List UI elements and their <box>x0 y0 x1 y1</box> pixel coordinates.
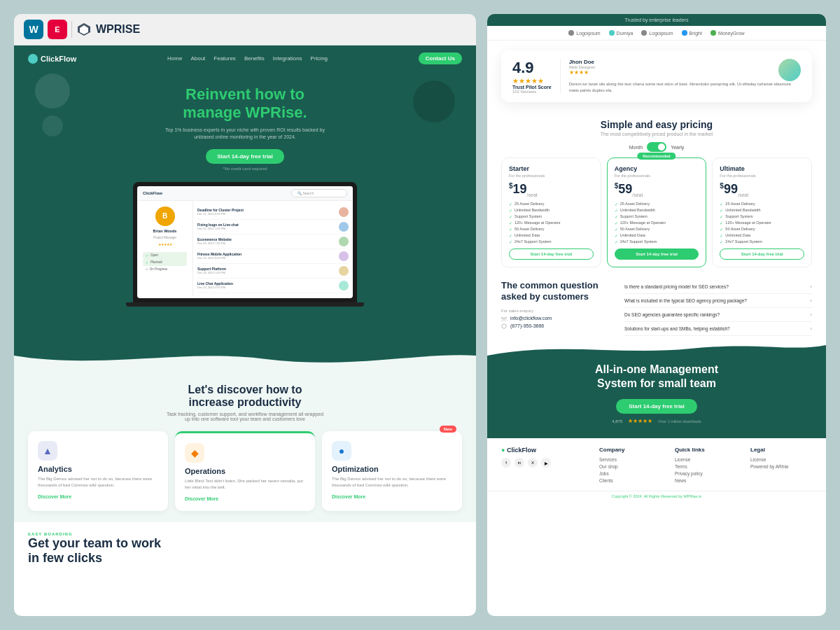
sidebar-item-progress[interactable]: □ On Progress <box>143 266 187 272</box>
right-content: Trusted by enterprise leaders Logoipsum … <box>487 14 826 616</box>
contact-phone: (877)-950-3666 <box>501 323 613 329</box>
feature-item: ✓24x7 Support System <box>509 239 594 244</box>
nav-pricing[interactable]: Pricing <box>311 55 328 62</box>
social-linkedin[interactable]: ▶ <box>541 458 551 468</box>
feature-item: ✓25 Asset Delivery <box>615 202 699 206</box>
sidebar-item-open[interactable]: ✓ Open <box>143 252 187 259</box>
plan-features-agency: ✓25 Asset Delivery ✓Unlimited Bandwidth … <box>615 202 699 244</box>
review-section: 4.9 ★★★★★ Trust Pilot Score 102 Reviews … <box>487 41 826 112</box>
wave-svg <box>14 349 476 370</box>
operations-card: ◆ Operations Little Blind Text didn't li… <box>175 431 315 511</box>
sidebar-item-planned[interactable]: ✓ Planned <box>143 259 187 266</box>
hero-wave-container <box>14 349 476 370</box>
hero-cta-button[interactable]: Start 14-day free trial <box>206 149 284 164</box>
laptop-search[interactable]: 🔍 Search <box>291 189 347 197</box>
footer-link[interactable]: Our shop <box>599 464 661 469</box>
nav-home[interactable]: Home <box>167 55 182 62</box>
laptop-base <box>126 302 364 307</box>
plan-name-ultimate: Ultimate <box>720 165 804 172</box>
hero-section: ClickFlow Home About Features Benefits I… <box>14 46 476 349</box>
onboarding-section: EASY BOARDING Get your team to workin fe… <box>14 522 476 576</box>
faq-question-1: Is there a standard pricing model for SE… <box>624 284 810 289</box>
trust-pilot-label: Trust Pilot Score <box>512 85 552 90</box>
feature-item: ✓Unlimited Bandwidth <box>509 208 594 213</box>
svg-point-1 <box>502 323 506 328</box>
faq-question-3: Do SEO agencies guarantee specific ranki… <box>624 312 810 317</box>
copyright-link[interactable]: WPRise.io <box>684 494 702 498</box>
faq-item-1[interactable]: Is there a standard pricing model for SE… <box>624 280 812 294</box>
faq-chevron-4: › <box>810 326 812 332</box>
site-logo: ClickFlow <box>28 54 76 64</box>
elementor-icon: E <box>48 20 67 39</box>
footer-link[interactable]: Services <box>599 457 661 462</box>
cta-title: All-in-one ManagementSystem for small te… <box>501 363 812 392</box>
footer-logo: ● ClickFlow <box>501 447 585 454</box>
review-content: Jhon Doe Web Designer ★★★★ Dorem tur lan… <box>569 59 801 94</box>
footer-link[interactable]: Clients <box>599 478 661 483</box>
toggle-yearly[interactable]: Yearly <box>671 145 684 150</box>
logo-dot <box>710 30 716 36</box>
faq-item-3[interactable]: Do SEO agencies guarantee specific ranki… <box>624 308 812 322</box>
feature-item: ✓120+ Message at Operator <box>509 220 594 225</box>
laptop-mockup: ClickFlow 🔍 Search B Brian Woods Project… <box>133 182 357 302</box>
task-item: Ecommerce WebsiteDec 26, 2022 7:00 PM <box>197 234 349 249</box>
sidebar-items: ✓ Open ✓ Planned □ On Pr <box>143 252 187 272</box>
faq-chevron-2: › <box>810 298 812 304</box>
agency-plan: Recommended Agency For the professionals… <box>607 158 707 267</box>
review-card: 4.9 ★★★★★ Trust Pilot Score 102 Reviews … <box>501 50 812 102</box>
cta-button[interactable]: Start 14-day free trial <box>616 399 697 414</box>
footer-link[interactable]: Terms <box>675 464 736 469</box>
toggle-switch[interactable] <box>647 142 666 152</box>
footer-link[interactable]: Privacy policy <box>675 471 736 476</box>
trusted-logo-4: Bright <box>682 30 702 36</box>
nav-benefits[interactable]: Benefits <box>244 55 265 62</box>
hero-content: Reinvent how to manage WPRise. Top 1% bu… <box>14 71 476 171</box>
plan-desc-starter: For the professionals <box>509 174 594 178</box>
footer-link-powered[interactable]: Powered by ARhiw <box>750 464 812 469</box>
social-facebook[interactable]: f <box>501 458 511 468</box>
footer-link[interactable]: News <box>675 478 736 483</box>
wprise-logo-icon <box>76 22 92 37</box>
cta-wave-top <box>487 342 826 356</box>
agency-btn[interactable]: Start 14-day free trial <box>615 248 699 260</box>
optimization-link[interactable]: Discover More <box>332 494 452 499</box>
right-panel: Trusted by enterprise leaders Logoipsum … <box>487 14 826 616</box>
plan-price-starter: $19/seat <box>509 182 594 197</box>
optimization-title: Optimization <box>332 465 452 473</box>
nav-features[interactable]: Features <box>214 55 236 62</box>
contact-email: info@clickflow.com <box>501 316 613 321</box>
operations-link[interactable]: Discover More <box>185 496 305 501</box>
brand-name: WPRISE <box>96 23 140 36</box>
toggle-monthly[interactable]: Month <box>629 145 643 150</box>
footer-link[interactable]: License <box>750 457 812 462</box>
email-icon <box>501 316 507 322</box>
ultimate-btn[interactable]: Start 14-day free trial <box>720 248 804 260</box>
faq-title: The common question asked by customers <box>501 280 613 304</box>
social-instagram[interactable]: in <box>514 458 524 468</box>
footer-link[interactable]: Jobs <box>599 471 661 476</box>
plan-price-agency: $59/seat <box>615 182 699 197</box>
analytics-link[interactable]: Discover More <box>38 494 158 499</box>
hero-title: Reinvent how to manage WPRise. <box>56 85 434 122</box>
plan-desc-ultimate: For the professionals <box>720 174 804 178</box>
check-icon: ✓ <box>146 260 148 265</box>
footer-link[interactable]: License <box>675 457 736 462</box>
starter-btn[interactable]: Start 14-day free trial <box>509 248 594 260</box>
operations-title: Operations <box>185 467 305 475</box>
faq-item-4[interactable]: Solutions for start-ups and SMBs, helpin… <box>624 322 812 336</box>
nav-integrations[interactable]: Integrations <box>273 55 302 62</box>
faq-item-2[interactable]: What is included in the typical SEO agen… <box>624 294 812 308</box>
review-count: 102 Reviews <box>512 90 552 94</box>
faq-chevron-1: › <box>810 284 812 290</box>
faq-layout: The common question asked by customers F… <box>501 280 812 336</box>
trusted-logo-1: Logoipsum <box>568 30 600 36</box>
task-avatar <box>339 251 349 261</box>
nav-about[interactable]: About <box>190 55 205 62</box>
task-item: Fitness Mobile ApplicationDec 29, 2022 8… <box>197 249 349 264</box>
nav-links: Home About Features Benefits Integration… <box>167 55 328 62</box>
logo-dot <box>28 54 38 64</box>
task-avatar <box>339 222 349 232</box>
laptop-nav: ClickFlow 🔍 Search <box>137 186 353 201</box>
social-twitter[interactable]: X <box>528 458 538 468</box>
nav-cta-button[interactable]: Contact Us <box>419 52 462 64</box>
